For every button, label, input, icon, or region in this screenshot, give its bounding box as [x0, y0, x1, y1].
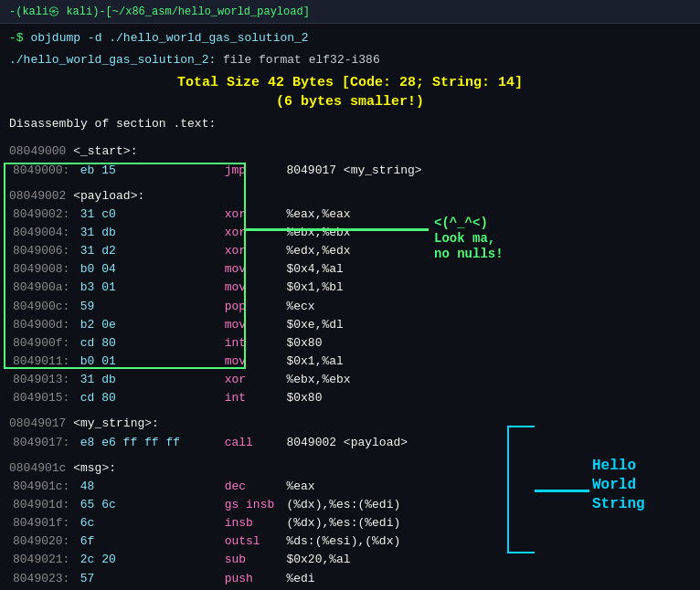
ops: %edi — [286, 570, 314, 588]
file-name: ./hello_world_gas_solution_2: — [9, 53, 216, 67]
addr-label: 08049002 — [9, 189, 73, 203]
sub-addr: 8049002: — [9, 205, 73, 224]
bytes: cd 80 — [80, 334, 217, 353]
sub-addr: 804901c: — [9, 478, 73, 496]
instr: xor — [225, 242, 280, 260]
instr: xor — [225, 371, 280, 389]
ops: $0x20,%al — [286, 551, 350, 569]
total-size-line1: Total Size 42 Bytes [Code: 28; String: 1… — [9, 73, 691, 92]
terminal-content: -$ objdump -d ./hello_world_gas_solution… — [0, 24, 700, 590]
instr: insb — [225, 514, 280, 532]
bytes: 59 — [80, 298, 217, 316]
file-info-line: ./hello_world_gas_solution_2: file forma… — [9, 51, 691, 69]
total-size: Total Size 42 Bytes [Code: 28; String: 1… — [9, 73, 691, 111]
mystring-label: <my_string>: — [73, 416, 159, 430]
sub-addr: 8049020: — [9, 532, 73, 551]
bytes: 31 db — [80, 371, 217, 389]
instr: mov — [225, 260, 280, 279]
ops: %eax,%eax — [286, 205, 350, 224]
payload-label: <payload>: — [73, 189, 144, 203]
bytes: 48 — [80, 478, 217, 496]
instr: xor — [225, 205, 280, 224]
ops: (%dx),%es:(%edi) — [286, 496, 400, 514]
addr-label: 08049000 — [9, 144, 73, 158]
sub-addr: 804900d: — [9, 316, 73, 334]
ops: %edx,%edx — [286, 242, 350, 260]
file-format: file format elf32-i386 — [223, 53, 380, 67]
sub-addr: 8049017: — [9, 434, 73, 452]
bytes: 2c 20 — [80, 551, 217, 569]
instr-mov-bl: 804900a: b3 01 mov $0x1,%bl — [9, 279, 691, 297]
ops: $0x80 — [286, 334, 322, 353]
bytes: b0 04 — [80, 260, 217, 279]
sub-addr: 8049021: — [9, 551, 73, 569]
instr: call — [225, 434, 280, 452]
sub-addr: 804900f: — [9, 334, 73, 353]
instr: jmp — [225, 162, 280, 180]
ops: %ds:(%esi),(%dx) — [286, 532, 400, 551]
bytes: e8 e6 ff ff ff — [80, 434, 217, 452]
start-label: <_start>: — [73, 144, 137, 158]
sub-addr: 8049011: — [9, 353, 73, 371]
bytes: 6f — [80, 532, 217, 551]
instr-pop-ecx: 804900c: 59 pop %ecx — [9, 298, 691, 316]
instr-push: 8049023: 57 push %edi — [9, 570, 691, 588]
instr: mov — [225, 279, 280, 297]
sub-addr: 8049004: — [9, 224, 73, 242]
bytes: 31 db — [80, 224, 217, 242]
cmd-line: -$ objdump -d ./hello_world_gas_solution… — [9, 29, 691, 47]
sub-addr: 8049015: — [9, 389, 73, 407]
instr: push — [225, 570, 280, 588]
bytes: b3 01 — [80, 279, 217, 297]
ops: %eax — [286, 478, 314, 496]
ops: $0xe,%dl — [286, 316, 343, 334]
addr-label: 0804901c — [9, 461, 73, 475]
bytes: cd 80 — [80, 389, 217, 407]
bytes: 65 6c — [80, 496, 217, 514]
sub-addr: 8049023: — [9, 570, 73, 588]
addr-msg: 0804901c <msg>: — [9, 459, 691, 478]
instr-sub: 8049021: 2c 20 sub $0x20,%al — [9, 551, 691, 569]
instr: pop — [225, 298, 280, 316]
bytes: 31 c0 — [80, 205, 217, 224]
sub-addr: 804901d: — [9, 496, 73, 514]
ops: $0x80 — [286, 389, 322, 407]
ops: %ebx,%ebx — [286, 224, 350, 242]
sub-addr: 804900a: — [9, 279, 73, 297]
comment-nonulls: no nulls! — [434, 245, 504, 265]
instr-mov-al2: 8049011: b0 01 mov $0x1,%al — [9, 353, 691, 371]
sub-addr: 8049008: — [9, 260, 73, 279]
instr-xor-ebx2: 8049013: 31 db xor %ebx,%ebx — [9, 371, 691, 389]
ops: 8049002 <payload> — [286, 434, 408, 452]
msg-label: <msg>: — [73, 461, 116, 475]
addr-start: 08049000 <_start>: — [9, 142, 691, 161]
terminal: -(kali㉿ kali)-[~/x86_asm/hello_world_pay… — [0, 0, 700, 590]
instr-xor-eax: 8049002: 31 c0 xor %eax,%eax — [9, 205, 691, 224]
instr-xor-ebx: 8049004: 31 db xor %ebx,%ebx — [9, 224, 691, 242]
ops: %ecx — [286, 298, 314, 316]
instr-int-80-2: 8049015: cd 80 int $0x80 — [9, 389, 691, 407]
instr: gs insb — [225, 496, 280, 514]
title-bar: -(kali㉿ kali)-[~/x86_asm/hello_world_pay… — [0, 0, 700, 24]
instr-outsl: 8049020: 6f outsl %ds:(%esi),(%dx) — [9, 532, 691, 551]
ops: $0x4,%al — [286, 260, 343, 279]
sub-addr: 8049006: — [9, 242, 73, 260]
dollar-sign: -$ — [9, 31, 24, 45]
sub-addr: 804900c: — [9, 298, 73, 316]
comment-string: String — [592, 493, 645, 516]
sub-addr: 804901f: — [9, 514, 73, 532]
instr: sub — [225, 551, 280, 569]
bytes: 57 — [80, 570, 217, 588]
ops: %ebx,%ebx — [286, 371, 350, 389]
objdump-cmd: objdump -d ./hello_world_gas_solution_2 — [30, 31, 308, 45]
instr: int — [225, 389, 280, 407]
instr: mov — [225, 316, 280, 334]
addr-mystring: 08049017 <my_string>: — [9, 415, 691, 433]
instr: int — [225, 334, 280, 353]
ops: $0x1,%al — [286, 353, 343, 371]
instr-mov-dl: 804900d: b2 0e mov $0xe,%dl — [9, 316, 691, 334]
instr-xor-edx: 8049006: 31 d2 xor %edx,%edx — [9, 242, 691, 260]
ops: $0x1,%bl — [286, 279, 343, 297]
instr-jmp: 8049000: eb 15 jmp 8049017 <my_string> — [9, 162, 691, 180]
instr: xor — [225, 224, 280, 242]
